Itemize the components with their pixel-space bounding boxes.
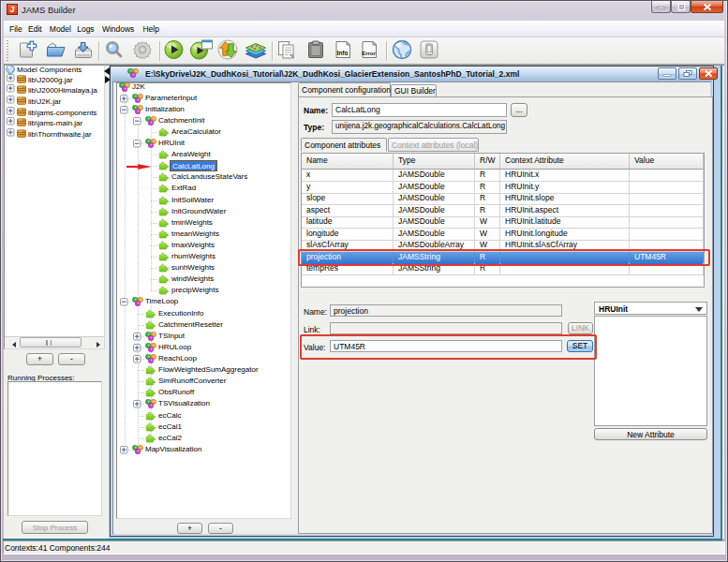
svg-text:Info: Info <box>337 50 349 56</box>
svg-text:Error: Error <box>362 51 376 56</box>
